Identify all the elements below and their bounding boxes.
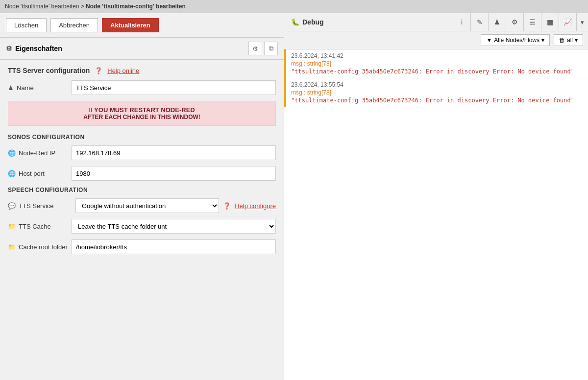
breadcrumb-separator: > — [79, 3, 86, 10]
breadcrumb-parent: Node 'ttsultimate' bearbeiten — [5, 3, 79, 10]
bar-chart-button[interactable]: ▦ — [541, 13, 559, 31]
update-button[interactable]: Aktualisieren — [102, 18, 159, 32]
filter-nodes-button[interactable]: ▼ Alle Nodes/Flows ▾ — [481, 34, 550, 46]
cache-root-input[interactable] — [72, 239, 276, 254]
filter-icon: ▼ — [486, 37, 492, 44]
globe-icon-port: 🌐 — [8, 170, 16, 177]
properties-gear-icon: ⚙ — [6, 45, 12, 52]
form-content: TTS Server configuration ❓ Help online ♟… — [0, 60, 284, 267]
right-toolbar: 🐛 Debug i ✎ ♟ ⚙ ☰ ▦ 📈 ▾ — [284, 13, 588, 31]
toolbar-chevron[interactable]: ▾ — [576, 13, 588, 31]
left-toolbar: Löschen Abbrechen Aktualisieren — [0, 13, 284, 38]
debug-type-2: msg : string[78] — [291, 89, 583, 96]
breadcrumb: Node 'ttsultimate' bearbeiten > Node 'tt… — [0, 0, 588, 13]
trash-icon: 🗑 — [559, 37, 565, 44]
debug-timestamp-2: 23.6.2024, 13:55:54 — [291, 81, 583, 88]
debug-filter-bar: ▼ Alle Nodes/Flows ▾ 🗑 all ▾ — [284, 31, 588, 49]
speech-section-title: SPEECH CONFIGURATION — [8, 187, 276, 193]
debug-messages: 23.6.2024, 13:41:42 msg : string[78] "tt… — [284, 49, 588, 380]
line-chart-button[interactable]: 📈 — [559, 13, 576, 31]
help-question-icon: ❓ — [95, 67, 102, 74]
debug-message-1: "ttsultimate-config 35ab450e7c673246: Er… — [291, 68, 583, 75]
cache-root-label: 📁 Cache root folder — [8, 243, 72, 251]
filter-chevron-icon: ▾ — [541, 37, 544, 44]
server-config-row: TTS Server configuration ❓ Help online — [8, 67, 276, 74]
tts-cache-row: 📁 TTS Cache Leave the TTS cache folder u… — [8, 219, 276, 234]
clear-button[interactable]: 🗑 all ▾ — [554, 34, 583, 46]
name-input[interactable] — [72, 80, 276, 95]
globe-icon-ip: 🌐 — [8, 149, 16, 157]
debug-title: 🐛 Debug — [284, 14, 331, 30]
help-online-link[interactable]: Help online — [107, 67, 139, 74]
bug-icon: 🐛 — [291, 18, 299, 26]
person-button[interactable]: ♟ — [488, 13, 506, 31]
tts-cache-label: 📁 TTS Cache — [8, 223, 72, 230]
settings-button[interactable]: ⚙ — [506, 13, 523, 31]
node-red-ip-label: 🌐 Node-Red IP — [8, 149, 72, 157]
properties-settings-button[interactable]: ⚙ — [248, 42, 262, 55]
properties-header-icons: ⚙ ⧉ — [248, 42, 278, 55]
pencil-button[interactable]: ✎ — [470, 13, 488, 31]
server-config-title: TTS Server configuration — [8, 67, 90, 74]
folder-icon-cache: 📁 — [8, 223, 16, 230]
stack-button[interactable]: ☰ — [523, 13, 541, 31]
warning-box: If YOU MUST RESTART NODE-RED AFTER EACH … — [8, 101, 276, 126]
properties-copy-button[interactable]: ⧉ — [264, 42, 278, 55]
node-red-ip-input[interactable] — [72, 145, 276, 160]
debug-type-1: msg : string[78] — [291, 60, 583, 67]
properties-header: ⚙ Eigenschaften ⚙ ⧉ — [0, 38, 284, 60]
host-port-label: 🌐 Host port — [8, 170, 72, 177]
host-port-row: 🌐 Host port — [8, 166, 276, 181]
debug-message-2: "ttsultimate-config 35ab450e7c673246: Er… — [291, 97, 583, 104]
debug-entry-1: 23.6.2024, 13:41:42 msg : string[78] "tt… — [284, 49, 588, 78]
left-panel: Löschen Abbrechen Aktualisieren ⚙ Eigens… — [0, 13, 284, 380]
folder-icon-root: 📁 — [8, 243, 16, 251]
toolbar-icons: i ✎ ♟ ⚙ ☰ ▦ 📈 ▾ — [453, 13, 588, 31]
debug-entry-2: 23.6.2024, 13:55:54 msg : string[78] "tt… — [284, 78, 588, 107]
warning-line1: If YOU MUST RESTART NODE-RED — [15, 106, 269, 114]
speech-bubble-icon: 💬 — [8, 202, 16, 210]
info-button[interactable]: i — [453, 13, 470, 31]
right-panel: 🐛 Debug i ✎ ♟ ⚙ ☰ ▦ 📈 ▾ ▼ Alle Nodes/Flo… — [284, 13, 588, 380]
tts-help-question-icon: ❓ — [223, 202, 231, 210]
name-label: ♟ Name — [8, 84, 72, 92]
help-configure-link[interactable]: Help configure — [235, 202, 276, 210]
name-row: ♟ Name — [8, 80, 276, 95]
debug-timestamp-1: 23.6.2024, 13:41:42 — [291, 52, 583, 59]
cancel-button[interactable]: Abbrechen — [50, 18, 98, 32]
tts-service-select[interactable]: Google without authentication Google wit… — [75, 198, 219, 213]
clear-chevron-icon: ▾ — [575, 37, 578, 44]
person-icon: ♟ — [8, 84, 14, 92]
properties-title: Eigenschaften — [15, 45, 62, 52]
tts-service-label: 💬 TTS Service — [8, 202, 72, 210]
warning-line2: AFTER EACH CHANGE IN THIS WINDOW! — [15, 114, 269, 120]
cache-root-row: 📁 Cache root folder — [8, 239, 276, 254]
tts-service-row: 💬 TTS Service Google without authenticat… — [8, 198, 276, 213]
breadcrumb-current: Node 'ttsultimate-config' bearbeiten — [86, 3, 186, 10]
tts-cache-select[interactable]: Leave the TTS cache folder unt — [72, 219, 276, 234]
filter-label: Alle Nodes/Flows — [494, 37, 539, 44]
clear-label: all — [567, 37, 573, 44]
delete-button[interactable]: Löschen — [6, 18, 47, 32]
sonos-section-title: SONOS CONFIGURATION — [8, 134, 276, 141]
node-red-ip-row: 🌐 Node-Red IP — [8, 145, 276, 160]
host-port-input[interactable] — [72, 166, 276, 181]
